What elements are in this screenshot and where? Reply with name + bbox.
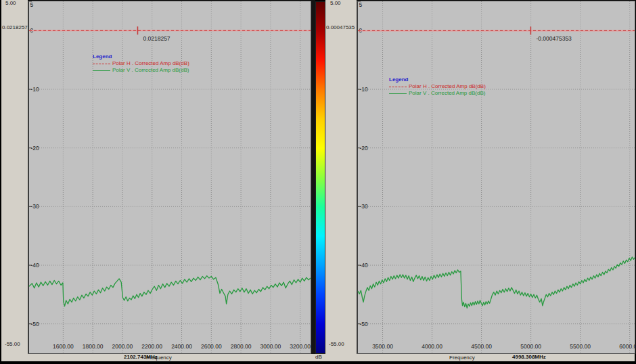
- right-panel-gutter: 5.00 0.00047535 -55.00: [325, 0, 357, 361]
- right-legend: Legend Polar H . Corrected Amp dB(dB) Po…: [389, 76, 486, 97]
- marker-value-gutter-label: 0.00047535: [326, 24, 355, 30]
- colorbar-unit-label: dB: [315, 354, 322, 360]
- axis-tick-labels: 50-10-20-30-40-503500.004000.004500.0050…: [359, 1, 636, 350]
- svg-text:3500.00: 3500.00: [372, 343, 393, 350]
- polar-h-line-sample: [389, 87, 407, 87]
- svg-text:2000.00: 2000.00: [112, 343, 133, 350]
- y-max-label: 5.00: [5, 0, 16, 6]
- svg-text:1800.00: 1800.00: [83, 343, 104, 350]
- polar-h-trace: -0.000475353: [358, 26, 635, 42]
- marker-value-annotation: 0.0218257: [143, 35, 170, 42]
- right-x-axis-title: Frequency: [449, 355, 475, 361]
- marker-value-gutter-label: 0.0218257: [2, 24, 28, 30]
- right-marker-frequency-label: 4998.308MHz: [512, 354, 546, 360]
- svg-text:-40: -40: [360, 262, 369, 269]
- svg-text:5: 5: [359, 1, 363, 8]
- legend-entry-label: Polar H . Corrected Amp dB(dB): [112, 60, 189, 67]
- legend-entry-label: Polar H . Corrected Amp dB(dB): [409, 83, 486, 90]
- svg-text:2200.00: 2200.00: [141, 343, 162, 350]
- svg-text:2800.00: 2800.00: [231, 343, 252, 350]
- legend-entry-label: Polar V . Corrected Amp dB(dB): [409, 90, 485, 97]
- svg-text:3000.00: 3000.00: [260, 343, 281, 350]
- dual-frequency-plot-window: 5.00 0.0218257 -55.00 50-10-20-30-40-501…: [0, 0, 636, 364]
- svg-text:3200.00: 3200.00: [290, 343, 311, 350]
- legend-entry-polar-h: Polar H . Corrected Amp dB(dB): [93, 60, 189, 67]
- left-x-axis-title: Frequency: [146, 355, 172, 361]
- legend-entry-polar-v: Polar V . Corrected Amp dB(dB): [93, 67, 189, 74]
- amplitude-colorbar: [315, 1, 325, 354]
- legend-title: Legend: [93, 53, 189, 60]
- polar-h-trace: 0.0218257: [29, 26, 311, 42]
- marker-value-annotation: -0.000475353: [536, 35, 572, 42]
- polar-v-line-sample: [389, 93, 407, 94]
- svg-text:-40: -40: [31, 262, 40, 269]
- y-min-label: -55.00: [5, 341, 20, 347]
- y-min-label: -55.00: [329, 341, 344, 347]
- svg-text:-10: -10: [31, 86, 40, 93]
- bottom-axis-strip: 2102.743MHz Frequency dB Frequency 4998.…: [1, 354, 635, 361]
- svg-text:-30: -30: [31, 203, 40, 210]
- y-max-label: 5.00: [330, 0, 341, 6]
- svg-text:4000.00: 4000.00: [422, 343, 442, 350]
- legend-entry-label: Polar V . Corrected Amp dB(dB): [112, 67, 189, 74]
- svg-text:-10: -10: [360, 86, 369, 93]
- right-plot-canvas: 50-10-20-30-40-503500.004000.004500.0050…: [358, 1, 635, 353]
- svg-text:1600.00: 1600.00: [53, 343, 74, 350]
- legend-title: Legend: [389, 76, 486, 83]
- svg-text:5: 5: [30, 1, 34, 8]
- left-plot-area[interactable]: 50-10-20-30-40-501600.001800.002000.0022…: [28, 1, 311, 354]
- left-panel-gutter: 5.00 0.0218257 -55.00: [1, 0, 28, 361]
- svg-text:2600.00: 2600.00: [201, 343, 222, 350]
- svg-text:2400.00: 2400.00: [171, 343, 192, 350]
- polar-v-trace: [29, 276, 311, 306]
- svg-text:-50: -50: [360, 321, 369, 327]
- polar-v-line-sample: [93, 70, 110, 71]
- right-plot-area[interactable]: 50-10-20-30-40-503500.004000.004500.0050…: [357, 1, 635, 354]
- svg-text:5000.00: 5000.00: [520, 343, 541, 350]
- left-legend: Legend Polar H . Corrected Amp dB(dB) Po…: [93, 53, 189, 74]
- legend-entry-polar-h: Polar H . Corrected Amp dB(dB): [389, 83, 486, 90]
- y-axis-ticks: [29, 1, 32, 324]
- svg-text:-50: -50: [31, 321, 40, 327]
- polar-v-trace: [358, 257, 635, 308]
- svg-text:6000.00: 6000.00: [619, 343, 636, 350]
- polar-h-line-sample: [93, 64, 110, 64]
- svg-text:-20: -20: [31, 145, 40, 152]
- svg-text:5500.00: 5500.00: [570, 343, 591, 350]
- legend-entry-polar-v: Polar V . Corrected Amp dB(dB): [389, 90, 486, 97]
- svg-text:4500.00: 4500.00: [471, 343, 492, 350]
- gridlines: [358, 1, 635, 353]
- y-axis-ticks: [358, 1, 361, 324]
- svg-text:-20: -20: [360, 145, 369, 152]
- svg-text:-30: -30: [360, 203, 369, 210]
